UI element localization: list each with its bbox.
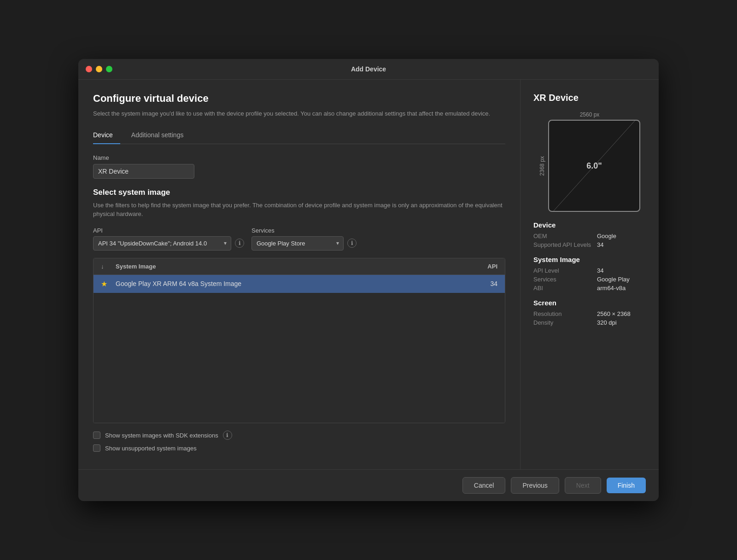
- supported-api-row: Supported API Levels 34: [533, 241, 646, 248]
- name-label: Name: [93, 154, 505, 161]
- density-row: Density 320 dpi: [533, 319, 646, 326]
- row-api-level: 34: [461, 280, 497, 287]
- api-select[interactable]: API 34 "UpsideDownCake"; Android 14.0 AP…: [93, 236, 231, 251]
- device-preview-title: XR Device: [533, 93, 646, 103]
- sdk-extensions-info-icon[interactable]: ℹ: [223, 431, 232, 440]
- oem-row: OEM Google: [533, 233, 646, 239]
- finish-button[interactable]: Finish: [607, 478, 646, 493]
- checkbox-unsupported-images: Show unsupported system images: [93, 444, 505, 452]
- unsupported-images-checkbox[interactable]: [93, 444, 100, 452]
- checkbox-sdk-extensions: Show system images with SDK extensions ℹ: [93, 431, 505, 440]
- device-preview: 2560 px 2368 px 6.0": [539, 111, 640, 212]
- right-panel: XR Device 2560 px 2368 px 6.0" Device: [521, 80, 659, 469]
- star-icon: ★: [101, 280, 116, 288]
- api-info-icon[interactable]: ℹ: [235, 239, 244, 248]
- api-filter-group: API API 34 "UpsideDownCake"; Android 14.…: [93, 227, 244, 251]
- screen-section-title: Screen: [533, 299, 646, 307]
- width-px-label: 2560 px: [539, 111, 640, 118]
- row-system-image-name: Google Play XR ARM 64 v8a System Image: [116, 280, 461, 287]
- configure-heading: Configure virtual device: [93, 93, 505, 105]
- th-expand-icon: ↓: [101, 263, 116, 270]
- services-key: Services: [533, 276, 593, 283]
- filters-row: API API 34 "UpsideDownCake"; Android 14.…: [93, 227, 505, 251]
- cancel-button[interactable]: Cancel: [462, 477, 506, 494]
- th-api: API: [461, 263, 497, 270]
- supported-api-val: 34: [597, 241, 603, 248]
- height-px-label: 2368 px: [539, 156, 545, 176]
- services-filter-label: Services: [252, 227, 357, 234]
- configure-subtitle: Select the system image you'd like to us…: [93, 109, 505, 118]
- tab-device[interactable]: Device: [93, 128, 120, 144]
- api-filter-row: API 34 "UpsideDownCake"; Android 14.0 AP…: [93, 236, 244, 251]
- screen-info-section: Screen Resolution 2560 × 2368 Density 32…: [533, 299, 646, 326]
- previous-button[interactable]: Previous: [511, 477, 559, 494]
- resolution-row: Resolution 2560 × 2368: [533, 310, 646, 317]
- density-key: Density: [533, 319, 593, 326]
- abi-val: arm64-v8a: [597, 285, 626, 292]
- add-device-dialog: Add Device Configure virtual device Sele…: [78, 59, 659, 501]
- system-image-info-section: System Image API Level 34 Services Googl…: [533, 256, 646, 292]
- resolution-val: 2560 × 2368: [597, 310, 631, 317]
- services-val: Google Play: [597, 276, 630, 283]
- services-select-wrapper: Google Play Store Google APIs No Service…: [252, 236, 344, 251]
- api-level-val: 34: [597, 267, 603, 274]
- dialog-title: Add Device: [351, 65, 386, 73]
- table-row[interactable]: ★ Google Play XR ARM 64 v8a System Image…: [94, 275, 505, 293]
- system-image-section-title: System Image: [533, 256, 646, 263]
- maximize-button[interactable]: [106, 66, 112, 72]
- services-filter-group: Services Google Play Store Google APIs N…: [252, 227, 357, 251]
- bottom-bar: Cancel Previous Next Finish: [78, 469, 659, 501]
- resolution-key: Resolution: [533, 310, 593, 317]
- table-empty-area: [94, 293, 505, 423]
- table-header: ↓ System Image API: [94, 258, 505, 275]
- system-image-subtitle: Use the filters to help find the system …: [93, 201, 505, 219]
- system-image-table: ↓ System Image API ★ Google Play XR ARM …: [93, 258, 505, 424]
- api-level-row: API Level 34: [533, 267, 646, 274]
- sdk-extensions-label: Show system images with SDK extensions: [105, 432, 218, 439]
- title-bar: Add Device: [78, 59, 659, 80]
- api-filter-label: API: [93, 227, 244, 234]
- dialog-body: Configure virtual device Select the syst…: [78, 80, 659, 469]
- th-system-image: System Image: [116, 263, 461, 270]
- services-row: Services Google Play: [533, 276, 646, 283]
- left-panel: Configure virtual device Select the syst…: [78, 80, 521, 469]
- device-info-section: Device OEM Google Supported API Levels 3…: [533, 221, 646, 248]
- abi-row: ABI arm64-v8a: [533, 285, 646, 292]
- system-image-heading: Select system image: [93, 188, 505, 197]
- services-info-icon[interactable]: ℹ: [347, 239, 357, 248]
- unsupported-images-label: Show unsupported system images: [105, 445, 197, 452]
- minimize-button[interactable]: [96, 66, 102, 72]
- device-section-title: Device: [533, 221, 646, 229]
- close-button[interactable]: [86, 66, 92, 72]
- density-val: 320 dpi: [597, 319, 617, 326]
- tab-bar: Device Additional settings: [93, 128, 505, 144]
- sdk-extensions-checkbox[interactable]: [93, 432, 100, 439]
- oem-key: OEM: [533, 233, 593, 239]
- name-input[interactable]: [93, 164, 194, 179]
- abi-key: ABI: [533, 285, 593, 292]
- next-button[interactable]: Next: [565, 477, 601, 494]
- supported-api-key: Supported API Levels: [533, 241, 593, 248]
- tab-additional-settings[interactable]: Additional settings: [131, 128, 191, 144]
- api-level-key: API Level: [533, 267, 593, 274]
- api-select-wrapper: API 34 "UpsideDownCake"; Android 14.0 AP…: [93, 236, 231, 251]
- device-size-label: 6.0": [586, 161, 602, 171]
- device-rect: 6.0": [548, 120, 640, 212]
- preview-area: 2368 px 6.0": [539, 120, 640, 212]
- window-controls: [86, 66, 112, 72]
- services-select[interactable]: Google Play Store Google APIs No Service…: [252, 236, 344, 251]
- services-filter-row: Google Play Store Google APIs No Service…: [252, 236, 357, 251]
- oem-val: Google: [597, 233, 616, 239]
